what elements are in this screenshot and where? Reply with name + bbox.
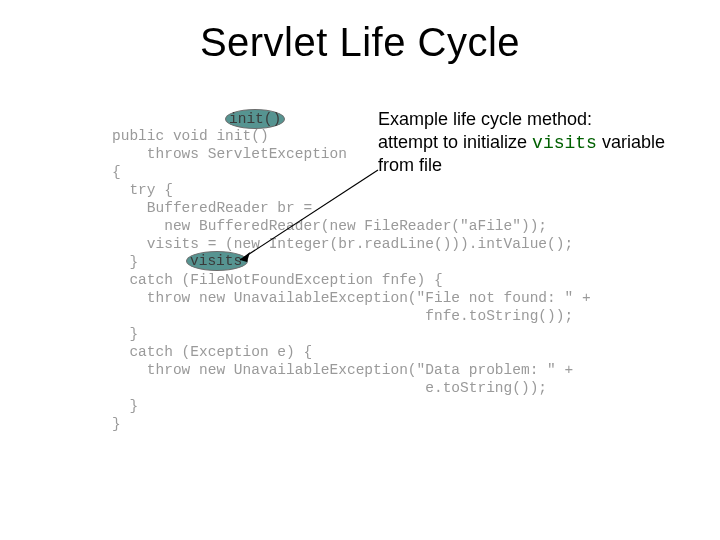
slide: Servlet Life Cycle public void init() th… xyxy=(0,0,720,540)
callout-line1: Example life cycle method: xyxy=(378,109,592,129)
page-title: Servlet Life Cycle xyxy=(0,20,720,65)
callout-line2b: variable xyxy=(597,132,665,152)
callout-line3: from file xyxy=(378,155,442,175)
highlight-init xyxy=(225,109,285,129)
highlight-visits xyxy=(186,251,248,271)
callout-line2a: attempt to initialize xyxy=(378,132,532,152)
callout-text: Example life cycle method: attempt to in… xyxy=(378,108,688,177)
callout-code: visits xyxy=(532,133,597,153)
